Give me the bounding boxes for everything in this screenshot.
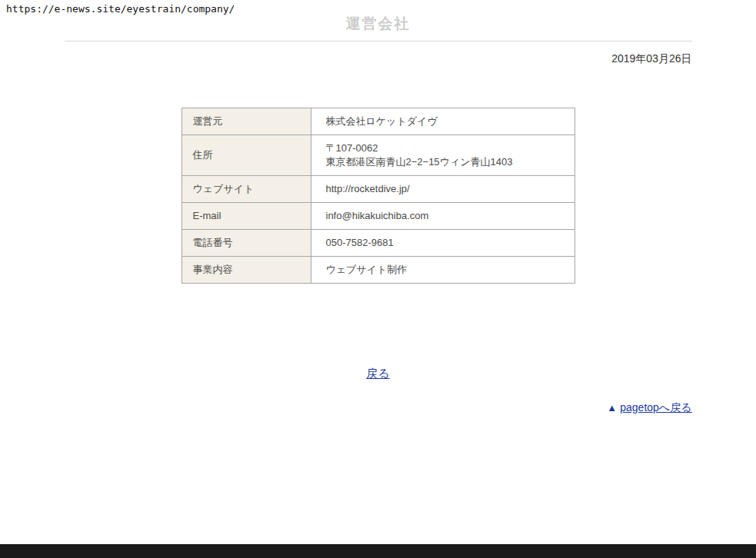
- main-content: 運営会社 2019年03月26日 運営元 株式会社ロケットダイヴ 住所 〒107…: [65, 0, 692, 415]
- row-value: 株式会社ロケットダイヴ: [311, 108, 574, 135]
- row-label: 電話番号: [182, 230, 311, 257]
- row-label: 運営元: [182, 108, 311, 135]
- row-value: info@hikakuichiba.com: [311, 203, 574, 230]
- table-row: ウェブサイト http://rocketdive.jp/: [182, 176, 574, 203]
- row-value: ウェブサイト制作: [311, 257, 574, 284]
- page-title: 運営会社: [65, 0, 692, 32]
- company-info-table: 運営元 株式会社ロケットダイヴ 住所 〒107-0062 東京都港区南青山2−2…: [182, 108, 575, 284]
- row-value: 050-7582-9681: [311, 230, 574, 257]
- back-link-row: 戻る: [65, 367, 692, 380]
- table-row: E-mail info@hikakuichiba.com: [182, 203, 574, 230]
- row-label: 事業内容: [182, 257, 311, 284]
- triangle-up-icon: ▲: [607, 401, 617, 415]
- footer-bar: [0, 544, 756, 558]
- table-row: 住所 〒107-0062 東京都港区南青山2−2−15ウィン青山1403: [182, 135, 574, 176]
- row-label: ウェブサイト: [182, 176, 311, 203]
- table-row: 電話番号 050-7582-9681: [182, 230, 574, 257]
- title-divider: [65, 41, 692, 42]
- row-value: 〒107-0062 東京都港区南青山2−2−15ウィン青山1403: [311, 135, 574, 176]
- row-label: 住所: [182, 135, 311, 176]
- pagetop-link-label: pagetopへ戻る: [620, 401, 691, 414]
- pagetop-link[interactable]: ▲pagetopへ戻る: [607, 401, 691, 414]
- back-link[interactable]: 戻る: [366, 367, 389, 380]
- table-row: 事業内容 ウェブサイト制作: [182, 257, 574, 284]
- row-value: http://rocketdive.jp/: [311, 176, 574, 203]
- pagetop-link-row: ▲pagetopへ戻る: [65, 400, 692, 415]
- date-label: 2019年03月26日: [65, 52, 692, 65]
- row-label: E-mail: [182, 203, 311, 230]
- table-row: 運営元 株式会社ロケットダイヴ: [182, 108, 574, 135]
